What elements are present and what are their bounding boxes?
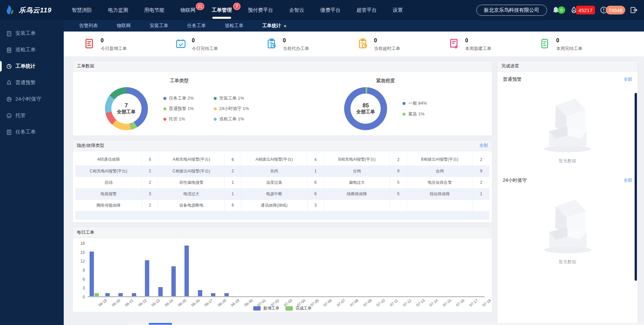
fault-name-cell: 电源中断 [241, 188, 307, 200]
tab-安装工单[interactable]: 安装工单 [141, 23, 177, 29]
progress-all-link[interactable]: 全部 [624, 76, 632, 83]
fault-type-all-link[interactable]: 全部 [479, 143, 488, 149]
fault-count-cell: 2 [224, 165, 241, 177]
order-type-donut: 7全部工单 [105, 87, 148, 130]
order-type-chart-title: 工单类型 [76, 75, 282, 85]
topmenu-item-label: 缴费平台 [320, 7, 340, 13]
tab-label: 安装工单 [150, 23, 168, 29]
topmenu-item-9[interactable]: 设置 [385, 0, 411, 20]
fault-name-cell: 设备电源断电 [158, 200, 224, 211]
chart-legend: 一般 84%紧急 1% [402, 100, 427, 117]
order-type-chart: 工单类型7全部工单任务工单 2%安装工单 1%普通预警 1%24小时值守 1%托… [76, 75, 282, 130]
bar-slot-07-12 [392, 243, 405, 296]
topmenu-item-label: 企智云 [289, 7, 304, 13]
fault-name-cell: 关闭 [241, 165, 307, 177]
legend-item-一般: 一般 84% [402, 100, 427, 106]
sidebar-item-工单统计[interactable]: 工单统计 [0, 60, 64, 73]
legend-item-普通预警: 普通预警 1% [163, 106, 214, 112]
sidebar-item-安装工单[interactable]: 安装工单 [0, 27, 64, 40]
donut-total-caption: 全部工单 [356, 109, 375, 115]
order-data-panel: 工单数据 工单类型7全部工单任务工单 2%安装工单 1%普通预警 1%24小时值… [72, 60, 492, 136]
bar-新增工单 [105, 293, 110, 296]
tab-任务工单[interactable]: 任务工单 [178, 23, 215, 29]
company-selector[interactable]: 新北京乐鸟科技有限公司 [476, 5, 547, 16]
tab-label: 物联网 [117, 23, 131, 29]
donut-center-label: 7全部工单 [105, 87, 148, 130]
topmenu-item-6[interactable]: 企智云 [281, 0, 312, 20]
alert-group[interactable]: 74646 [600, 6, 625, 14]
tab-巡检工单[interactable]: 巡检工单 [216, 23, 252, 29]
topmenu-item-0[interactable]: 智慧消防 [64, 0, 100, 20]
fault-name-cell: 网络传输故障 [75, 200, 142, 211]
bar-完成工单 [95, 293, 99, 296]
horizontal-scrollbar-track [127, 323, 644, 325]
tab-close-icon[interactable]: × [284, 23, 286, 29]
topmenu-item-label: 预付费平台 [248, 7, 273, 13]
horizontal-scrollbar-thumb[interactable] [149, 323, 172, 325]
fire-alarm-group[interactable]: 45217 [570, 6, 595, 14]
legend-dot [214, 107, 217, 110]
topmenu-item-8[interactable]: 超管平台 [348, 0, 385, 20]
fault-count-cell: 2 [473, 177, 489, 188]
sidebar-item-托管[interactable]: 托管 [0, 109, 64, 122]
legend-swatch [285, 306, 293, 311]
bar-slot-06-26 [180, 243, 193, 296]
stat-card-今日完结工单: 0今日完结工单 [175, 38, 266, 52]
fault-count-cell: 2 [142, 177, 158, 188]
sidebar-item-普通预警[interactable]: 普通预警 [0, 76, 64, 89]
donut-total-caption: 全部工单 [117, 109, 136, 115]
sidebar-item-巡检工单[interactable]: 巡检工单 [0, 43, 64, 56]
main-content: 0今日新增工单0今日完结工单0当前代办工单0当前超时工单0本周新建工单0本周完结… [64, 32, 644, 325]
bar-新增工单 [211, 293, 215, 296]
topmenu-item-label: 电力监测 [108, 7, 128, 13]
tab-告警列表[interactable]: 告警列表 [70, 23, 107, 29]
topmenu-item-1[interactable]: 电力监测 [100, 0, 136, 20]
tab-label: 告警列表 [79, 23, 98, 29]
progress-scrollbar[interactable] [635, 93, 637, 281]
topmenu-item-7[interactable]: 缴费平台 [312, 0, 348, 20]
topmenu-item-2[interactable]: 用电节能 [136, 0, 172, 20]
topmenu-item-4[interactable]: 工单管理7 [204, 0, 240, 20]
legend-dot [402, 102, 406, 105]
sidebar-item-任务工单[interactable]: 任务工单 [0, 125, 64, 139]
logout-icon[interactable] [630, 6, 638, 14]
stat-card-本周完结工单: 0本周完结工单 [539, 38, 631, 52]
legend-label: 普通预警 1% [169, 106, 194, 112]
bar-chart-legend: 新增工单完成工单 [77, 306, 487, 311]
fault-count-cell [390, 200, 407, 211]
fire-count-badge: 45217 [576, 6, 595, 14]
topmenu-item-label: 工单管理 [212, 7, 232, 13]
bar-新增工单 [90, 252, 94, 296]
topmenu-item-label: 设置 [393, 7, 403, 13]
fault-name-cell: B相充电AI报警(平台) [324, 154, 390, 165]
legend-dot [214, 97, 217, 100]
empty-box-illustration [536, 197, 599, 256]
bar-slot-06-21 [114, 243, 127, 296]
fault-name-cell: 分闸 [324, 165, 390, 177]
progress-all-link[interactable]: 全部 [624, 177, 632, 183]
brand-logo: 乐鸟云119 [0, 4, 64, 16]
fault-name-cell: 电弧报警 [75, 188, 142, 200]
legend-label: 新增工单 [263, 306, 279, 311]
legend-swatch [253, 306, 261, 311]
fault-type-table: 485通信故障5A相充电AI报警(平台)6A相拔出AI报警(平台)4B相充电AI… [75, 154, 489, 220]
inspect-order-icon [6, 47, 12, 53]
bar-slot-07-11 [379, 243, 392, 296]
topmenu-item-5[interactable]: 预付费平台 [240, 0, 281, 20]
legend-dot [163, 118, 166, 121]
topmenu-item-3[interactable]: 物联网21 [172, 0, 204, 20]
tab-工单统计[interactable]: 工单统计× [254, 23, 295, 29]
progress-section-title: 24小时值守 [503, 177, 527, 183]
fault-name-cell: B相拔出AI报警(平台) [407, 154, 473, 165]
legend-item-任务工单: 任务工单 2% [163, 95, 214, 101]
notification-bell-group[interactable]: 0 [552, 6, 565, 14]
legend-dot [402, 113, 406, 116]
install-order-icon [6, 31, 12, 37]
empty-box-illustration [536, 96, 599, 155]
tab-物联网[interactable]: 物联网 [108, 23, 140, 29]
sidebar-item-24小时值守[interactable]: 24小时值守 [0, 93, 64, 106]
topmenu-item-label: 智慧消防 [72, 7, 92, 13]
sidebar-item-label: 安装工单 [15, 30, 36, 37]
fault-name-cell: 漏电过大 [324, 177, 390, 188]
sidebar-item-label: 24小时值守 [15, 96, 41, 102]
